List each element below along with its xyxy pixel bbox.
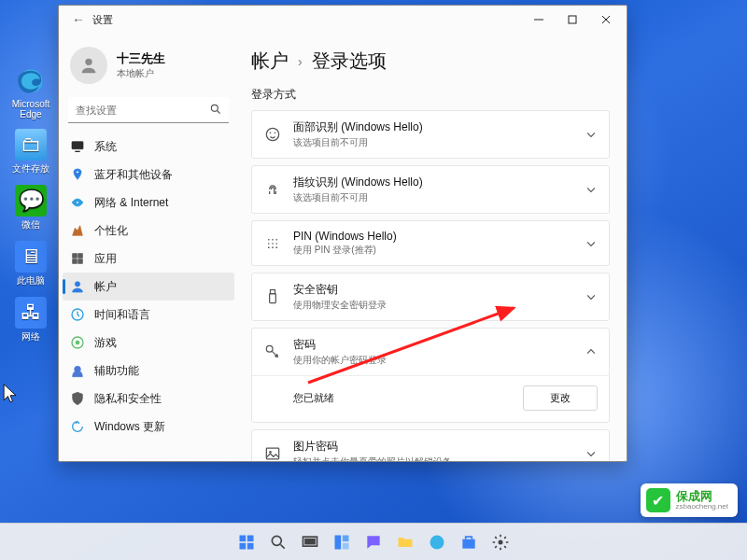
option-desc: 使用物理安全密钥登录 — [293, 299, 573, 312]
svg-rect-31 — [266, 448, 278, 459]
nav-icon — [70, 363, 85, 378]
sidebar-item-10[interactable]: Windows 更新 — [63, 413, 234, 441]
sidebar-item-label: 辅助功能 — [94, 363, 139, 379]
desktop-icon-label: 文件存放 — [0, 162, 62, 175]
sidebar-item-5[interactable]: 帐户 — [63, 273, 234, 301]
desktop-icon-label: 网络 — [0, 330, 62, 343]
svg-point-21 — [275, 239, 277, 241]
svg-rect-4 — [72, 142, 83, 149]
sidebar-item-8[interactable]: 辅助功能 — [63, 357, 234, 385]
option-row[interactable]: 图片密码轻扫并点击你最喜爱的照片以解锁设备 — [252, 430, 609, 461]
svg-point-14 — [76, 341, 79, 344]
shield-icon: ✔ — [646, 488, 670, 512]
sidebar-item-label: 隐私和安全性 — [94, 391, 162, 407]
signin-option-pin: PIN (Windows Hello)使用 PIN 登录(推荐) — [251, 220, 610, 266]
svg-rect-10 — [78, 259, 83, 264]
nav-icon — [70, 307, 85, 322]
desktop-icon-thispc[interactable]: 🖥 此电脑 — [0, 241, 62, 287]
sidebar-item-6[interactable]: 时间和语言 — [63, 301, 234, 329]
desktop-icon-edge[interactable]: Microsoft Edge — [0, 65, 62, 119]
chevron-up-icon — [585, 345, 598, 358]
signin-option-key: 密码使用你的帐户密码登录您已就绪更改 — [251, 328, 610, 423]
back-button[interactable]: ← — [68, 12, 89, 27]
desktop-icon-label: Microsoft Edge — [0, 99, 62, 119]
signin-option-usb: 安全密钥使用物理安全密钥登录 — [251, 273, 610, 321]
svg-rect-34 — [240, 535, 247, 541]
nav-icon — [70, 251, 85, 266]
svg-point-6 — [77, 202, 79, 204]
widgets-icon[interactable] — [329, 529, 355, 555]
sidebar-item-label: 游戏 — [94, 335, 117, 351]
profile[interactable]: 十三先生 本地帐户 — [63, 37, 234, 97]
sidebar-item-label: 蓝牙和其他设备 — [94, 167, 173, 183]
desktop-icon-wechat[interactable]: 💬 微信 — [0, 185, 62, 231]
search-input[interactable] — [68, 97, 229, 123]
chevron-right-icon: › — [298, 54, 303, 69]
start-button[interactable] — [233, 529, 260, 555]
signin-option-face: 面部识别 (Windows Hello)该选项目前不可用 — [251, 110, 610, 159]
sidebar-item-label: 时间和语言 — [94, 307, 150, 323]
svg-point-30 — [266, 345, 273, 352]
search-box[interactable] — [68, 97, 229, 123]
main-panel: 帐户 › 登录选项 登录方式 面部识别 (Windows Hello)该选项目前… — [238, 34, 627, 461]
sidebar-nav: 系统蓝牙和其他设备网络 & Internet个性化应用帐户时间和语言游戏辅助功能… — [63, 133, 234, 455]
chat-icon[interactable] — [360, 529, 387, 555]
svg-point-24 — [275, 243, 277, 245]
option-desc: 该选项目前不可用 — [293, 136, 573, 149]
svg-point-25 — [268, 246, 270, 248]
taskbar-search-icon[interactable] — [265, 529, 291, 555]
option-title: PIN (Windows Hello) — [293, 230, 573, 243]
svg-point-18 — [275, 133, 276, 134]
svg-point-2 — [85, 59, 92, 65]
sidebar: 十三先生 本地帐户 系统蓝牙和其他设备网络 & Internet个性化应用帐户时… — [59, 34, 238, 461]
watermark-name: 保成网 — [676, 490, 729, 502]
svg-point-15 — [75, 366, 81, 372]
svg-point-20 — [272, 239, 274, 241]
taskbar[interactable] — [0, 523, 747, 560]
option-row[interactable]: 面部识别 (Windows Hello)该选项目前不可用 — [252, 111, 609, 158]
option-title: 密码 — [293, 337, 573, 353]
change-button[interactable]: 更改 — [523, 385, 598, 411]
option-row[interactable]: PIN (Windows Hello)使用 PIN 登录(推荐) — [252, 221, 609, 265]
edge-taskbar-icon[interactable] — [424, 529, 450, 555]
minimize-button[interactable] — [522, 6, 556, 34]
chevron-down-icon — [585, 128, 598, 141]
explorer-icon[interactable] — [392, 529, 418, 555]
sidebar-item-2[interactable]: 网络 & Internet — [63, 189, 234, 217]
profile-name: 十三先生 — [117, 50, 165, 67]
breadcrumb-root[interactable]: 帐户 — [251, 49, 289, 74]
signin-option-picture: 图片密码轻扫并点击你最喜爱的照片以解锁设备 — [251, 429, 610, 461]
settings-taskbar-icon[interactable] — [487, 529, 514, 555]
store-icon[interactable] — [456, 529, 482, 555]
svg-rect-40 — [305, 539, 315, 543]
sidebar-item-0[interactable]: 系统 — [63, 133, 234, 161]
signin-option-fingerprint: 指纹识别 (Windows Hello)该选项目前不可用 — [251, 165, 610, 214]
sidebar-item-7[interactable]: 游戏 — [63, 329, 234, 357]
option-title: 指纹识别 (Windows Hello) — [293, 175, 573, 190]
sidebar-item-3[interactable]: 个性化 — [63, 217, 234, 245]
option-title: 面部识别 (Windows Hello) — [293, 119, 573, 135]
maximize-button[interactable] — [556, 6, 589, 34]
close-button[interactable] — [589, 6, 623, 34]
svg-rect-42 — [343, 535, 349, 541]
section-heading: 登录方式 — [251, 87, 610, 103]
nav-icon — [70, 391, 85, 406]
option-row[interactable]: 指纹识别 (Windows Hello)该选项目前不可用 — [252, 166, 609, 213]
settings-window: ← 设置 十三先生 本地帐户 系统蓝牙和其他设备网络 & Internet个性化… — [58, 5, 627, 462]
search-icon — [209, 103, 222, 116]
option-row[interactable]: 密码使用你的帐户密码登录 — [252, 329, 609, 375]
svg-point-16 — [266, 128, 278, 140]
svg-point-27 — [275, 246, 277, 248]
desktop-icon-network[interactable]: 🖧 网络 — [0, 297, 62, 343]
sidebar-item-9[interactable]: 隐私和安全性 — [63, 385, 234, 413]
sidebar-item-4[interactable]: 应用 — [63, 245, 234, 273]
svg-point-45 — [499, 539, 503, 544]
wechat-icon: 💬 — [15, 185, 47, 217]
sidebar-item-1[interactable]: 蓝牙和其他设备 — [63, 161, 234, 189]
desktop-icon-folder[interactable]: 🗀 文件存放 — [0, 129, 62, 175]
option-row[interactable]: 安全密钥使用物理安全密钥登录 — [252, 273, 609, 320]
task-view-icon[interactable] — [297, 529, 323, 555]
watermark: ✔ 保成网 zsbaocheng.net — [641, 483, 739, 517]
sidebar-item-label: 系统 — [94, 139, 117, 155]
svg-rect-8 — [78, 254, 83, 259]
